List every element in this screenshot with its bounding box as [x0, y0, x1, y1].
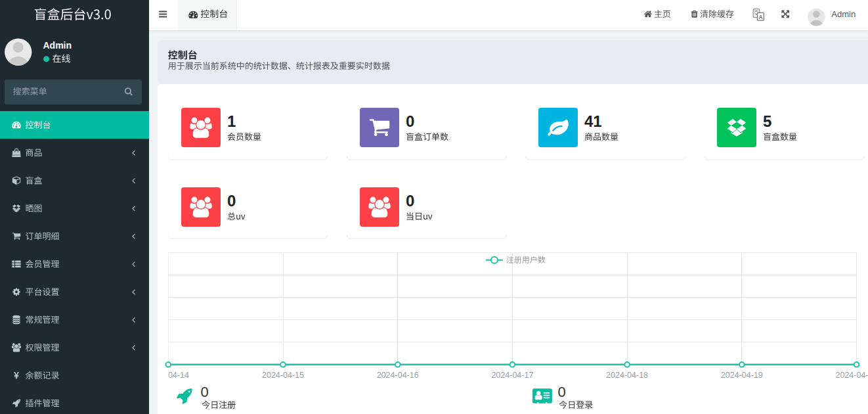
svg-text:0: 0	[558, 384, 566, 400]
svg-text:5: 5	[763, 112, 771, 130]
svg-text:1: 1	[227, 112, 236, 130]
svg-text:2024-04-16: 2024-04-16	[377, 371, 419, 380]
svg-text:Admin: Admin	[43, 40, 72, 51]
svg-text:2024-04-19: 2024-04-19	[721, 371, 763, 380]
svg-text:0: 0	[227, 192, 236, 210]
svg-text:41: 41	[584, 112, 602, 130]
svg-text:2024-04-18: 2024-04-18	[606, 371, 648, 380]
svg-text:2024-04-15: 2024-04-15	[262, 371, 304, 380]
svg-text:2024-04-20: 2024-04-20	[836, 371, 868, 380]
svg-text:Admin: Admin	[831, 9, 856, 19]
svg-text:A: A	[758, 14, 762, 20]
svg-text:0: 0	[201, 384, 209, 400]
svg-text:0: 0	[406, 112, 414, 130]
svg-text:2024-04-17: 2024-04-17	[491, 371, 533, 380]
svg-text:0: 0	[406, 192, 414, 210]
svg-text:04-14: 04-14	[168, 371, 189, 380]
